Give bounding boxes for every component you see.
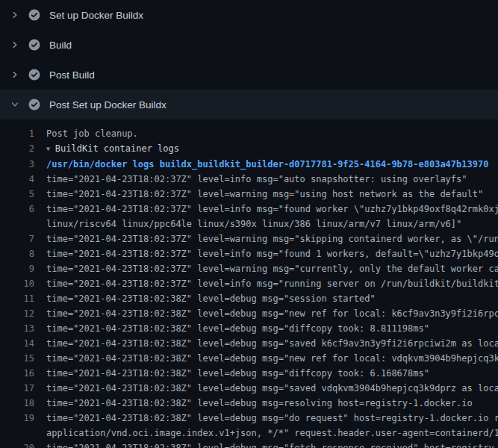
line-text: time="2021-04-23T18:02:38Z" level=debug … xyxy=(34,351,498,366)
log-text: time="2021-04-23T18:02:38Z" level=debug … xyxy=(46,291,498,306)
line-number[interactable]: 20 xyxy=(0,441,34,448)
line-text: time="2021-04-23T18:02:37Z" level=info m… xyxy=(34,202,498,231)
line-number[interactable]: 6 xyxy=(0,202,34,217)
line-text: time="2021-04-23T18:02:37Z" level=info m… xyxy=(34,172,498,187)
log-text: time="2021-04-23T18:02:38Z" level=debug … xyxy=(46,351,498,366)
log-group-title: ▼BuildKit container logs xyxy=(46,141,498,157)
line-text: time="2021-04-23T18:02:38Z" level=debug … xyxy=(34,306,498,321)
line-number[interactable]: 13 xyxy=(0,321,34,336)
success-check-icon xyxy=(28,99,40,111)
log-line[interactable]: 13 time="2021-04-23T18:02:38Z" level=deb… xyxy=(0,321,498,336)
step-name: Set up Docker Buildx xyxy=(49,10,143,21)
line-number[interactable]: 15 xyxy=(0,351,34,366)
line-number[interactable]: 10 xyxy=(0,276,34,291)
line-text: time="2021-04-23T18:02:38Z" level=debug … xyxy=(34,411,498,441)
line-number[interactable]: 16 xyxy=(0,366,34,381)
log-text: time="2021-04-23T18:02:38Z" level=debug … xyxy=(46,381,498,396)
line-number[interactable]: 7 xyxy=(0,231,34,246)
log-line[interactable]: 3 /usr/bin/docker logs buildx_buildkit_b… xyxy=(0,157,498,172)
log-text-continuation: linux/riscv64 linux/ppc64le linux/s390x … xyxy=(46,217,498,231)
log-line[interactable]: 11 time="2021-04-23T18:02:38Z" level=deb… xyxy=(0,291,498,306)
log-line[interactable]: 20 time="2021-04-23T18:02:38Z" level=deb… xyxy=(0,441,498,448)
log-line[interactable]: 7 time="2021-04-23T18:02:37Z" level=warn… xyxy=(0,231,498,246)
line-number[interactable]: 17 xyxy=(0,381,34,396)
log-text: time="2021-04-23T18:02:37Z" level=info m… xyxy=(46,202,498,217)
line-number[interactable]: 9 xyxy=(0,261,34,276)
line-text: time="2021-04-23T18:02:38Z" level=debug … xyxy=(34,336,498,351)
line-number[interactable]: 18 xyxy=(0,396,34,411)
line-text: Post job cleanup. xyxy=(34,126,498,141)
line-number[interactable]: 8 xyxy=(0,246,34,261)
line-number[interactable]: 11 xyxy=(0,291,34,306)
line-text: time="2021-04-23T18:02:38Z" level=debug … xyxy=(34,366,498,381)
line-number[interactable]: 5 xyxy=(0,187,34,202)
log-text-continuation: application/vnd.oci.image.index.v1+json,… xyxy=(46,426,498,441)
log-text: time="2021-04-23T18:02:37Z" level=warnin… xyxy=(46,261,498,276)
log-line[interactable]: 5 time="2021-04-23T18:02:37Z" level=warn… xyxy=(0,187,498,202)
line-number[interactable]: 14 xyxy=(0,336,34,351)
log-line[interactable]: 9 time="2021-04-23T18:02:37Z" level=warn… xyxy=(0,261,498,276)
success-check-icon xyxy=(28,39,40,51)
line-text: time="2021-04-23T18:02:37Z" level=warnin… xyxy=(34,231,498,246)
step-header-build[interactable]: Build xyxy=(0,30,498,60)
log-line[interactable]: 16 time="2021-04-23T18:02:38Z" level=deb… xyxy=(0,366,498,381)
log-text: time="2021-04-23T18:02:38Z" level=debug … xyxy=(46,321,498,336)
log-line[interactable]: 10 time="2021-04-23T18:02:37Z" level=inf… xyxy=(0,276,498,291)
log-line[interactable]: 19 time="2021-04-23T18:02:38Z" level=deb… xyxy=(0,411,498,441)
log-line[interactable]: 14 time="2021-04-23T18:02:38Z" level=deb… xyxy=(0,336,498,351)
step-header-post-build[interactable]: Post Build xyxy=(0,60,498,90)
log-line[interactable]: 18 time="2021-04-23T18:02:38Z" level=deb… xyxy=(0,396,498,411)
line-text: time="2021-04-23T18:02:37Z" level=warnin… xyxy=(34,187,498,202)
log-command-text: /usr/bin/docker logs buildx_buildkit_bui… xyxy=(46,157,498,172)
log-text: time="2021-04-23T18:02:38Z" level=debug … xyxy=(46,336,498,351)
chevron-down-icon xyxy=(10,100,19,109)
line-number[interactable]: 12 xyxy=(0,306,34,321)
chevron-right-icon xyxy=(10,70,19,79)
log-line[interactable]: 6 time="2021-04-23T18:02:37Z" level=info… xyxy=(0,202,498,231)
log-line[interactable]: 2 ▼BuildKit container logs xyxy=(0,141,498,157)
step-header-post-set-up-docker-buildx[interactable]: Post Set up Docker Buildx xyxy=(0,90,498,119)
log-line[interactable]: 17 time="2021-04-23T18:02:38Z" level=deb… xyxy=(0,381,498,396)
log-text: time="2021-04-23T18:02:38Z" level=debug … xyxy=(46,366,498,381)
log-line[interactable]: 8 time="2021-04-23T18:02:37Z" level=info… xyxy=(0,246,498,261)
line-text: time="2021-04-23T18:02:38Z" level=debug … xyxy=(34,441,498,448)
line-text: ▼BuildKit container logs xyxy=(34,141,498,157)
log-area: 1 Post job cleanup. 2 ▼BuildKit containe… xyxy=(0,119,498,448)
log-group-label: BuildKit container logs xyxy=(55,143,179,154)
log-text: time="2021-04-23T18:02:38Z" level=debug … xyxy=(46,411,498,426)
log-text: time="2021-04-23T18:02:38Z" level=debug … xyxy=(46,306,498,321)
log-text: time="2021-04-23T18:02:37Z" level=info m… xyxy=(46,172,498,187)
log-line[interactable]: 4 time="2021-04-23T18:02:37Z" level=info… xyxy=(0,172,498,187)
line-text: /usr/bin/docker logs buildx_buildkit_bui… xyxy=(34,157,498,172)
steps-list: Set up Docker Buildx Build P xyxy=(0,0,498,119)
log-text: time="2021-04-23T18:02:38Z" level=debug … xyxy=(46,441,498,448)
log-text: time="2021-04-23T18:02:37Z" level=info m… xyxy=(46,246,498,261)
log-text: time="2021-04-23T18:02:37Z" level=info m… xyxy=(46,276,498,291)
line-text: time="2021-04-23T18:02:37Z" level=warnin… xyxy=(34,261,498,276)
log-text: time="2021-04-23T18:02:37Z" level=warnin… xyxy=(46,187,498,202)
log-line[interactable]: 15 time="2021-04-23T18:02:38Z" level=deb… xyxy=(0,351,498,366)
line-number[interactable]: 3 xyxy=(0,157,34,172)
line-number[interactable]: 1 xyxy=(0,126,34,141)
step-name: Post Set up Docker Buildx xyxy=(49,99,166,111)
line-text: time="2021-04-23T18:02:38Z" level=debug … xyxy=(34,396,498,411)
line-text: time="2021-04-23T18:02:38Z" level=debug … xyxy=(34,381,498,396)
line-text: time="2021-04-23T18:02:38Z" level=debug … xyxy=(34,291,498,306)
log-group-toggle-icon[interactable]: ▼ xyxy=(46,142,50,157)
line-text: time="2021-04-23T18:02:38Z" level=debug … xyxy=(34,321,498,336)
step-header-set-up-docker-buildx[interactable]: Set up Docker Buildx xyxy=(0,0,498,30)
log-text: time="2021-04-23T18:02:38Z" level=debug … xyxy=(46,396,498,411)
line-number[interactable]: 4 xyxy=(0,172,34,187)
log-text: time="2021-04-23T18:02:37Z" level=warnin… xyxy=(46,231,498,246)
line-number[interactable]: 2 xyxy=(0,141,34,156)
success-check-icon xyxy=(28,9,40,21)
log-text: Post job cleanup. xyxy=(46,126,498,141)
step-name: Post Build xyxy=(49,69,95,81)
line-text: time="2021-04-23T18:02:37Z" level=info m… xyxy=(34,246,498,261)
success-check-icon xyxy=(28,69,40,81)
chevron-right-icon xyxy=(10,40,19,49)
log-line[interactable]: 12 time="2021-04-23T18:02:38Z" level=deb… xyxy=(0,306,498,321)
line-number[interactable]: 19 xyxy=(0,411,34,426)
log-line[interactable]: 1 Post job cleanup. xyxy=(0,126,498,141)
step-name: Build xyxy=(49,40,72,51)
